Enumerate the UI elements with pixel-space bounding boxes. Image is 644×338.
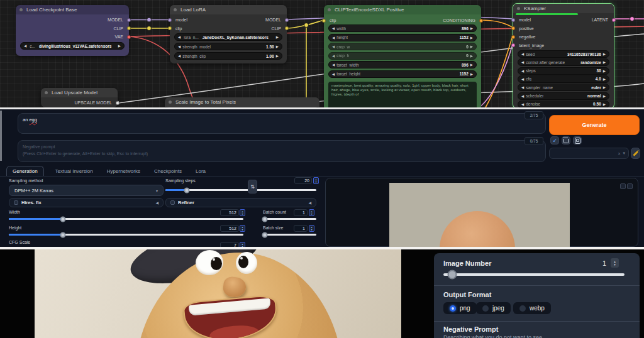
steps-widget[interactable]: ◀ steps 30 ▶ xyxy=(518,67,609,75)
increment-icon[interactable]: ▶ xyxy=(470,61,473,68)
sampling-steps-input[interactable]: 20 xyxy=(294,177,312,184)
collapse-icon[interactable]: ◀ xyxy=(308,200,311,205)
spin-down-icon[interactable]: ▾ xyxy=(311,229,312,231)
tab-textual-inversion[interactable]: Textual Inversion xyxy=(53,166,96,176)
decrement-icon[interactable]: ◀ xyxy=(332,61,335,68)
ckpt-name-widget[interactable]: ◀ c... divingIllustrious_v11VAE.safetens… xyxy=(20,42,125,50)
increment-icon[interactable]: ▶ xyxy=(276,52,279,60)
model-input-slot[interactable] xyxy=(168,18,172,22)
decrement-icon[interactable]: ◀ xyxy=(332,52,335,60)
format-option-png[interactable]: png xyxy=(443,302,477,314)
hires-fix-checkbox[interactable] xyxy=(14,200,18,205)
decrement-icon[interactable]: ◀ xyxy=(521,75,524,83)
radio-icon[interactable] xyxy=(482,305,489,312)
refiner-checkbox[interactable] xyxy=(170,200,175,205)
target-width-widget[interactable]: ◀ target_width 896 ▶ xyxy=(328,61,477,68)
decrement-icon[interactable]: ◀ xyxy=(521,101,524,107)
node-load-upscale-model[interactable]: Load Upscale Model UPSCALE MODEL xyxy=(41,88,118,107)
batch-size-slider[interactable] xyxy=(263,234,316,236)
node-collapse-dot-icon[interactable] xyxy=(19,8,23,11)
increment-icon[interactable]: ▶ xyxy=(470,34,473,41)
decrement-icon[interactable]: ◀ xyxy=(521,67,524,75)
width-slider[interactable] xyxy=(9,218,243,220)
denoise-widget[interactable]: ◀ denoise 0.50 ▶ xyxy=(518,101,609,107)
next-value-icon[interactable]: ▶ xyxy=(603,84,606,91)
height-widget[interactable]: ◀ height 1152 ▶ xyxy=(328,34,477,41)
increment-icon[interactable]: ▶ xyxy=(276,43,279,50)
next-value-icon[interactable]: ▶ xyxy=(603,92,606,100)
crop-w-widget[interactable]: ◀ crop_w 0 ▶ xyxy=(328,43,477,50)
prev-value-icon[interactable]: ◀ xyxy=(521,84,524,91)
hires-fix-accordion[interactable]: Hires. fix ◀ xyxy=(9,198,164,207)
slider-handle[interactable] xyxy=(60,216,65,222)
positive-prompt-textarea[interactable]: masterpiece, best quality, amazing quali… xyxy=(328,82,477,107)
prev-value-icon[interactable]: ◀ xyxy=(178,33,180,41)
next-value-icon[interactable]: ▶ xyxy=(118,42,121,50)
preview-next-button[interactable] xyxy=(627,183,633,189)
prev-value-icon[interactable]: ◀ xyxy=(24,42,26,50)
radio-selected-icon[interactable] xyxy=(450,305,456,312)
node-load-lora[interactable]: Load LoRA model MODEL clip CLIP ◀ lora_n… xyxy=(170,5,287,63)
conditioning-output-slot[interactable] xyxy=(479,19,483,23)
clip-output-slot[interactable] xyxy=(285,26,289,30)
image-number-spinner[interactable]: ▴ ▾ xyxy=(611,258,619,268)
spin-down-icon[interactable]: ▾ xyxy=(311,213,312,215)
generate-button[interactable]: Generate xyxy=(549,115,640,135)
slider-handle[interactable] xyxy=(262,216,268,222)
cfg-widget[interactable]: ◀ cfg 4.0 ▶ xyxy=(518,75,609,83)
vae-output-slot[interactable] xyxy=(127,35,131,39)
preview-prev-button[interactable] xyxy=(620,183,626,189)
decrement-icon[interactable]: ◀ xyxy=(521,50,524,58)
edit-styles-button[interactable] xyxy=(631,148,640,159)
batch-size-input[interactable]: 1 xyxy=(294,225,308,232)
collapse-icon[interactable]: ◀ xyxy=(155,200,158,205)
height-input[interactable]: 512 xyxy=(220,225,239,232)
next-value-icon[interactable]: ▶ xyxy=(276,33,279,41)
node-collapse-dot-icon[interactable] xyxy=(517,7,520,10)
node-collapse-dot-icon[interactable] xyxy=(328,8,331,11)
control-after-generate-widget[interactable]: ◀ control after generate randomize ▶ xyxy=(518,58,609,66)
comfyui-graph-canvas[interactable]: Load Checkpoint Base MODEL CLIP VAE ◀ c.… xyxy=(0,0,644,107)
tab-hypernetworks[interactable]: Hypernetworks xyxy=(104,166,143,176)
slider-handle[interactable] xyxy=(262,232,268,237)
height-slider[interactable] xyxy=(9,234,243,236)
next-value-icon[interactable]: ▶ xyxy=(603,58,606,66)
styles-dropdown[interactable]: × ▾ xyxy=(549,148,629,159)
increment-icon[interactable]: ▶ xyxy=(470,70,473,78)
increment-icon[interactable]: ▶ xyxy=(603,101,606,107)
number-spinner[interactable]: ▴ ▾ xyxy=(309,209,314,216)
image-number-slider[interactable] xyxy=(443,273,625,276)
extra-networks-button[interactable] xyxy=(573,136,582,144)
model-output-slot[interactable] xyxy=(285,18,289,22)
page-scrollbar[interactable] xyxy=(0,111,2,161)
refiner-accordion[interactable]: Refiner ◀ xyxy=(165,198,316,207)
scheduler-widget[interactable]: ◀ scheduler normal ▶ xyxy=(518,92,609,100)
strength-model-widget[interactable]: ◀ strength_model 1.50 ▶ xyxy=(174,43,282,50)
chevron-down-icon[interactable]: ▾ xyxy=(623,151,625,156)
clip-input-slot[interactable] xyxy=(322,19,326,23)
decrement-icon[interactable]: ◀ xyxy=(332,34,335,41)
decrement-icon[interactable]: ◀ xyxy=(178,52,180,60)
positive-input-slot[interactable] xyxy=(511,26,515,30)
format-option-jpeg[interactable]: jpeg xyxy=(476,302,511,314)
increment-icon[interactable]: ▶ xyxy=(470,52,473,60)
upscale-model-output-slot[interactable] xyxy=(116,101,119,105)
number-spinner[interactable]: ▴ ▾ xyxy=(240,209,245,216)
decrement-icon[interactable]: ◀ xyxy=(332,43,335,50)
prev-value-icon[interactable]: ◀ xyxy=(521,92,524,100)
sampling-method-dropdown[interactable]: DPM++ 2M Karras ▾ xyxy=(9,185,164,196)
node-collapse-dot-icon[interactable] xyxy=(174,8,177,11)
sampling-steps-slider[interactable] xyxy=(165,189,316,191)
clip-output-slot[interactable] xyxy=(127,26,131,30)
prev-value-icon[interactable]: ◀ xyxy=(521,58,524,66)
tab-checkpoints[interactable]: Checkpoints xyxy=(152,166,184,176)
increment-icon[interactable]: ▶ xyxy=(470,25,473,32)
latent-image-input-slot[interactable] xyxy=(511,43,515,47)
spin-down-icon[interactable]: ▾ xyxy=(242,213,243,215)
tab-generation[interactable]: Generation xyxy=(6,166,44,176)
tab-lora[interactable]: Lora xyxy=(193,166,208,176)
strength-clip-widget[interactable]: ◀ strength_clip 1.00 ▶ xyxy=(174,52,282,60)
sampler-name-widget[interactable]: ◀ sampler_name euler ▶ xyxy=(518,84,609,91)
increment-icon[interactable]: ▶ xyxy=(603,50,606,58)
width-input[interactable]: 512 xyxy=(220,209,239,216)
